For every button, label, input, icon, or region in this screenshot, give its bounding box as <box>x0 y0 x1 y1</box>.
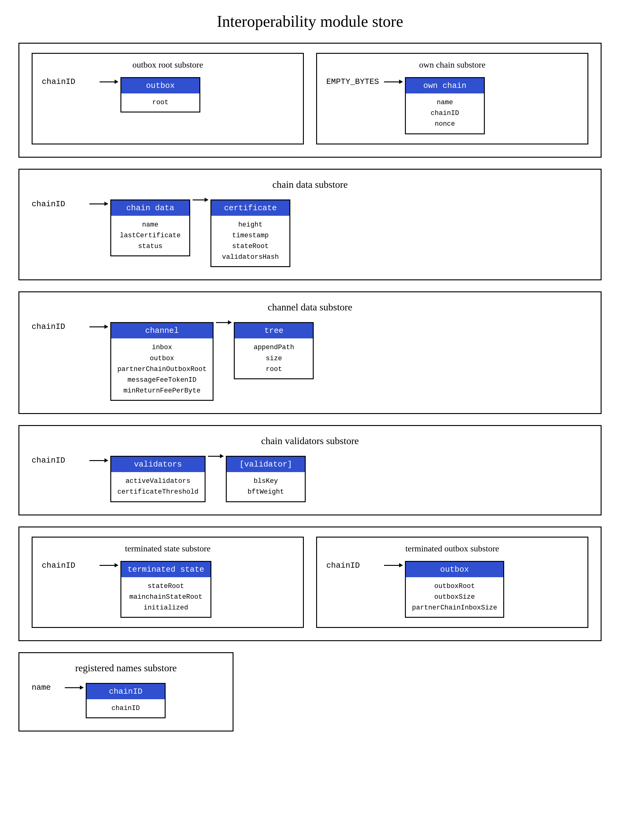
terminated-state-arrow <box>99 565 118 566</box>
own-chain-diagram: EMPTY_BYTES own chain namechainIDnonce <box>326 77 578 134</box>
chain-data-diagram: chainID chain data namelastCertificatest… <box>32 199 588 267</box>
validator-item-table-body: blsKeybftWeight <box>227 472 305 501</box>
registered-names-table: chainID chainID <box>86 683 166 718</box>
outbox-root-title: outbox root substore <box>42 60 294 70</box>
own-chain-key-group: EMPTY_BYTES <box>326 77 405 86</box>
terminated-outbox-key: chainID <box>326 561 382 570</box>
certificate-table-body: heighttimestampstateRootvalidatorsHash <box>211 216 289 267</box>
channel-data-key: chainID <box>32 322 87 331</box>
terminated-state-table-header: terminated state <box>121 562 211 577</box>
row5-section: terminated state substore chainID termin… <box>18 526 602 641</box>
chain-data-title: chain data substore <box>32 179 588 190</box>
chain-data-key-group: chainID <box>32 199 110 209</box>
row5-two-col: terminated state substore chainID termin… <box>32 537 588 628</box>
terminated-outbox-title: terminated outbox substore <box>326 544 578 553</box>
certificate-table-header: certificate <box>211 201 289 216</box>
validators-h-arrow-line <box>208 456 223 457</box>
own-chain-table: own chain namechainIDnonce <box>405 77 485 134</box>
outbox-root-table: outbox root <box>120 77 200 113</box>
channel-h-arrow-line <box>216 322 231 323</box>
channel-table-body: inboxoutboxpartnerChainOutboxRootmessage… <box>111 338 212 400</box>
page-title: Interoperability module store <box>18 12 602 30</box>
terminated-outbox-arrow <box>384 565 402 566</box>
channel-data-key-group: chainID <box>32 322 110 331</box>
terminated-outbox-arrow-line <box>384 565 402 566</box>
outbox-root-panel: outbox root substore chainID outbox root <box>32 53 304 145</box>
chain-data-table-body: namelastCertificatestatus <box>111 216 189 256</box>
validators-table-header: validators <box>111 457 205 472</box>
channel-data-title: channel data substore <box>32 302 588 313</box>
tree-table-header: tree <box>235 323 313 338</box>
terminated-state-key: chainID <box>42 561 97 570</box>
chain-validators-title: chain validators substore <box>32 435 588 446</box>
own-chain-table-body: namechainIDnonce <box>406 94 484 133</box>
channel-data-arrow <box>89 326 108 327</box>
outbox-root-table-body: root <box>121 94 199 112</box>
terminated-outbox-key-group: chainID <box>326 561 405 570</box>
chain-validators-key-group: chainID <box>32 456 110 465</box>
terminated-outbox-table-header: outbox <box>406 562 503 577</box>
chain-validators-key: chainID <box>32 456 87 465</box>
own-chain-table-header: own chain <box>406 78 484 94</box>
chain-data-table: chain data namelastCertificatestatus <box>110 199 190 256</box>
channel-h-arrow <box>216 322 231 323</box>
terminated-state-panel: terminated state substore chainID termin… <box>32 537 304 628</box>
chain-validators-diagram: chainID validators activeValidatorscerti… <box>32 456 588 502</box>
chain-validators-arrow <box>89 460 108 461</box>
outbox-root-key-group: chainID <box>42 77 120 86</box>
row1-section: outbox root substore chainID outbox root… <box>18 43 602 158</box>
chain-data-arrow-line <box>89 204 108 204</box>
registered-names-key-group: name <box>32 683 86 692</box>
terminated-state-title: terminated state substore <box>42 544 294 553</box>
chain-data-section: chain data substore chainID chain data n… <box>18 169 602 281</box>
registered-names-key: name <box>32 683 62 692</box>
chain-data-table-header: chain data <box>111 201 189 216</box>
outbox-root-diagram: chainID outbox root <box>42 77 294 113</box>
registered-names-table-body: chainID <box>87 699 165 717</box>
outbox-root-key: chainID <box>42 77 97 86</box>
terminated-state-key-group: chainID <box>42 561 120 570</box>
terminated-state-table: terminated state stateRootmainchainState… <box>120 561 211 618</box>
chain-data-arrow <box>89 204 108 204</box>
registered-names-arrow <box>65 687 83 688</box>
validator-item-table: [validator] blsKeybftWeight <box>226 456 306 502</box>
terminated-state-diagram: chainID terminated state stateRootmainch… <box>42 561 294 618</box>
channel-data-section: channel data substore chainID channel in… <box>18 291 602 414</box>
chain-data-h-arrow-line <box>193 199 208 201</box>
channel-data-diagram: chainID channel inboxoutboxpartnerChainO… <box>32 322 588 401</box>
terminated-state-table-body: stateRootmainchainStateRootinitialized <box>121 577 211 617</box>
own-chain-key: EMPTY_BYTES <box>326 77 382 86</box>
registered-names-table-header: chainID <box>87 684 165 699</box>
chain-validators-arrow-line <box>89 460 108 461</box>
tree-table: tree appendPathsizeroot <box>234 322 314 379</box>
own-chain-title: own chain substore <box>326 60 578 70</box>
registered-names-section: registered names substore name chainID c… <box>18 652 233 731</box>
chain-data-h-arrow <box>193 199 208 201</box>
channel-table-header: channel <box>111 323 212 338</box>
registered-names-arrow-line <box>65 687 83 688</box>
validators-h-arrow <box>208 456 223 457</box>
validator-item-table-header: [validator] <box>227 457 305 472</box>
row1-two-col: outbox root substore chainID outbox root… <box>32 53 588 145</box>
registered-names-diagram: name chainID chainID <box>32 683 220 718</box>
chain-validators-section: chain validators substore chainID valida… <box>18 425 602 515</box>
tree-table-body: appendPathsizeroot <box>235 338 313 379</box>
channel-data-arrow-line <box>89 326 108 327</box>
registered-names-title: registered names substore <box>32 662 220 674</box>
certificate-table: certificate heighttimestampstateRootvali… <box>211 199 290 267</box>
outbox-root-arrow <box>99 81 118 82</box>
validators-table-body: activeValidatorscertificateThreshold <box>111 472 205 501</box>
outbox-root-table-header: outbox <box>121 78 199 94</box>
channel-table: channel inboxoutboxpartnerChainOutboxRoo… <box>110 322 214 401</box>
outbox-root-arrow-line <box>99 81 118 82</box>
own-chain-arrow <box>384 81 402 82</box>
chain-data-key: chainID <box>32 199 87 209</box>
terminated-outbox-table: outbox outboxRootoutboxSizepartnerChainI… <box>405 561 504 618</box>
terminated-state-arrow-line <box>99 565 118 566</box>
own-chain-arrow-line <box>384 81 402 82</box>
terminated-outbox-diagram: chainID outbox outboxRootoutboxSizepartn… <box>326 561 578 618</box>
terminated-outbox-panel: terminated outbox substore chainID outbo… <box>316 537 588 628</box>
own-chain-panel: own chain substore EMPTY_BYTES own chain… <box>316 53 588 145</box>
validators-table: validators activeValidatorscertificateTh… <box>110 456 206 502</box>
terminated-outbox-table-body: outboxRootoutboxSizepartnerChainInboxSiz… <box>406 577 503 617</box>
